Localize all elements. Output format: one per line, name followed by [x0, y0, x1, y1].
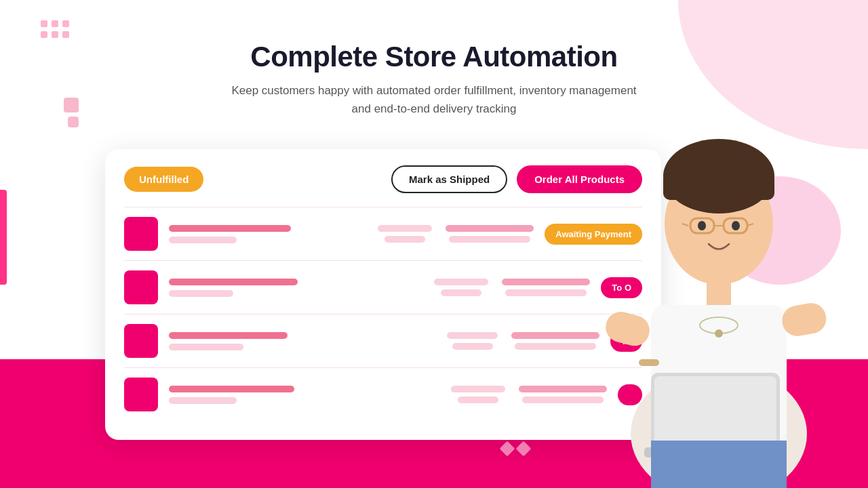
order-info: [169, 332, 436, 350]
order-management-card: Unfulfilled Mark as Shipped Order All Pr…: [105, 149, 661, 440]
mark-shipped-button[interactable]: Mark as Shipped: [391, 165, 507, 193]
meta-col-2: [446, 225, 534, 243]
meta-bar: [441, 289, 481, 296]
meta-bar: [458, 396, 498, 403]
product-thumbnail: [124, 217, 158, 251]
order-detail-bar: [169, 290, 233, 297]
svg-rect-13: [707, 274, 731, 308]
order-meta: [434, 279, 590, 296]
order-meta: [451, 386, 607, 403]
card-toolbar: Unfulfilled Mark as Shipped Order All Pr…: [124, 165, 642, 193]
order-info: [169, 279, 423, 297]
decorative-dots-topleft: [41, 20, 69, 38]
order-title-bar: [169, 279, 298, 285]
order-detail-bar: [169, 344, 243, 350]
meta-col-1: [447, 332, 498, 350]
order-meta: [378, 225, 534, 243]
meta-col-1: [451, 386, 505, 403]
product-thumbnail: [124, 270, 158, 304]
svg-rect-20: [654, 376, 776, 451]
order-info: [169, 225, 367, 243]
meta-bar: [434, 279, 488, 285]
svg-rect-18: [780, 301, 829, 339]
order-title-bar: [169, 332, 288, 339]
product-thumbnail: [124, 324, 158, 358]
person-illustration: [590, 108, 848, 488]
meta-col-1: [434, 279, 488, 296]
meta-bar: [449, 236, 530, 243]
order-title-bar: [169, 386, 294, 392]
meta-bar: [452, 343, 493, 350]
svg-rect-5: [663, 173, 774, 200]
table-row: To O: [124, 260, 642, 314]
table-row: To: [124, 314, 642, 367]
product-thumbnail: [124, 378, 158, 411]
meta-bar: [451, 386, 505, 392]
svg-rect-22: [651, 441, 787, 488]
svg-point-11: [698, 221, 706, 230]
page-title: Complete Store Automation: [0, 41, 868, 73]
svg-rect-23: [639, 359, 659, 366]
order-detail-bar: [169, 237, 237, 243]
decorative-diamonds-bottom: [494, 427, 529, 454]
order-detail-bar: [169, 397, 237, 404]
order-title-bar: [169, 225, 291, 232]
table-row: Awaiting Payment: [124, 207, 642, 260]
unfulfilled-button[interactable]: Unfulfilled: [124, 167, 203, 192]
meta-bar: [502, 279, 590, 285]
svg-point-12: [732, 221, 740, 230]
table-row: [124, 367, 642, 421]
left-accent-bar: [0, 190, 7, 285]
meta-col-2: [511, 332, 599, 350]
svg-rect-17: [602, 308, 652, 349]
meta-bar: [511, 332, 599, 339]
svg-point-16: [715, 329, 723, 338]
order-meta: [447, 332, 599, 350]
order-info: [169, 386, 440, 404]
meta-bar: [378, 225, 432, 232]
meta-bar: [515, 343, 596, 350]
header-section: Complete Store Automation Keep customers…: [0, 41, 868, 118]
meta-bar: [447, 332, 498, 339]
meta-bar: [505, 289, 587, 296]
meta-col-1: [378, 225, 432, 243]
meta-bar: [384, 236, 425, 243]
meta-bar: [446, 225, 534, 232]
meta-col-2: [502, 279, 590, 296]
